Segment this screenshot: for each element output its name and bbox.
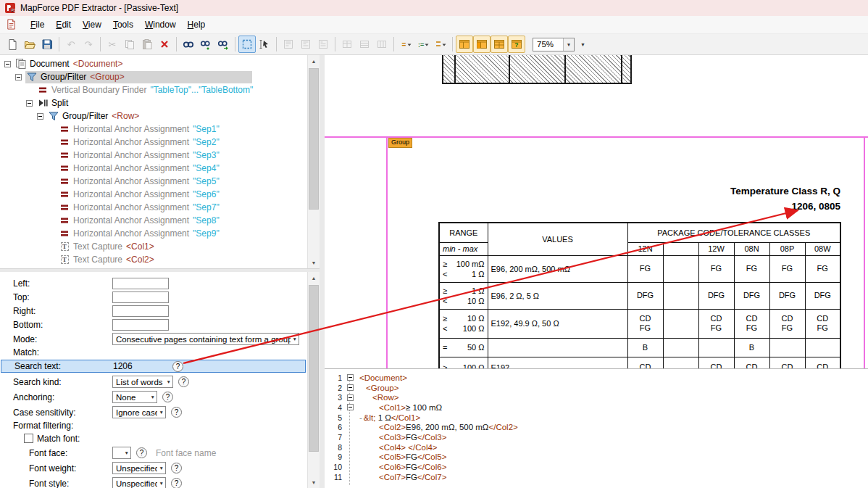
left-input[interactable] [112,278,169,289]
xml-line-11[interactable]: 11<Col7>FG</Col7> [325,472,868,482]
package-cell[interactable]: CD FG [734,309,769,338]
package-cell[interactable]: B [734,338,769,357]
values-cell[interactable]: E192, 49.9 Ω, 50 Ω [488,309,627,338]
fold-toggle[interactable] [347,384,354,391]
expand-collapse-toggle[interactable] [15,74,22,80]
document-window-icon[interactable] [6,19,17,30]
case-sensitivity-select[interactable]: Ignore case▼ [112,406,166,418]
find-next-button[interactable] [197,36,214,53]
tree-item-vertical-boundary-finder-tabletop-tablebottom[interactable]: Vertical Boundary Finder"TableTop"..."Ta… [0,83,320,96]
package-cell[interactable]: CD FG [627,309,663,338]
zoom-level-combo[interactable]: 75%▼ [533,38,575,51]
toolbar-overflow-dropdown[interactable]: ▼ [577,36,588,52]
min-max-header[interactable]: min - max [439,242,488,255]
toggle-pane-3-button[interactable] [491,36,508,53]
xml-line-3[interactable]: 3<Row> [325,392,868,402]
package-cell[interactable]: CD FG [805,309,840,338]
help-case-button[interactable]: ? [171,407,182,418]
zoom-value[interactable]: 75% [533,40,563,49]
tree-item-horizontal-anchor-assignment-sep9[interactable]: Horizontal Anchor Assignment"Sep9" [0,227,320,240]
menu-item-edit[interactable]: Edit [50,17,77,32]
range-cell[interactable]: ≥10 Ω<100 Ω [439,309,488,338]
package-cell[interactable]: FG [805,255,840,282]
tree-item-horizontal-anchor-assignment-sep6[interactable]: Horizontal Anchor Assignment"Sep6" [0,188,320,201]
properties-scrollbar[interactable]: ▲ ▼ [307,272,320,488]
toggle-pane-1-button[interactable] [456,36,473,53]
xml-line-10[interactable]: 10<Col6>FG</Col6> [325,462,868,472]
package-col-header[interactable]: 08P [769,242,805,255]
package-cell[interactable] [663,255,698,282]
pdf-text-subtitle[interactable]: 1206, 0805 [791,201,840,212]
range-cell[interactable]: ≥100 mΩ<1 Ω [439,255,488,282]
pdf-text-title[interactable]: Temperature Class R, Q [730,186,840,197]
pdf-preview-panel[interactable]: Group Temperature Class R, Q 1206, 0805 … [325,55,868,368]
top-input[interactable] [112,291,169,303]
package-cell[interactable]: CD [734,357,769,368]
tree-scrollbar[interactable]: ▲ ▼ [307,55,320,268]
package-col-header[interactable]: 08N [734,242,769,255]
assignment-mode-dropdown-button[interactable]: := [414,36,432,53]
scroll-up-button[interactable]: ▲ [308,272,320,284]
xml-line-2[interactable]: 2<Group> [325,383,868,393]
help-anchoring-button[interactable]: ? [162,392,173,402]
package-cell[interactable]: DFG [627,282,663,309]
group-tag[interactable]: Group [388,138,412,148]
fold-toggle[interactable] [347,374,354,381]
package-cell[interactable]: FG [698,255,734,282]
package-col-header[interactable] [663,242,698,255]
package-header[interactable]: PACKAGE CODE/TOLERANCE CLASSES [627,223,840,242]
menu-item-window[interactable]: Window [139,17,182,32]
range-cell[interactable]: ≥1 Ω<10 Ω [439,282,488,309]
expand-collapse-toggle[interactable] [4,61,11,67]
search-text-input[interactable]: 1206 [113,361,167,371]
package-cell[interactable] [663,357,698,368]
tree-item-horizontal-anchor-assignment-sep8[interactable]: Horizontal Anchor Assignment"Sep8" [0,214,320,227]
delete-button[interactable] [156,36,173,53]
menu-item-help[interactable]: Help [182,17,212,32]
values-cell[interactable]: E192 [488,357,627,368]
help-font-weight-button[interactable]: ? [171,463,182,473]
xml-line-8[interactable]: 8<Col4> </Col4> [325,442,868,452]
xml-line-9[interactable]: 9<Col5>FG</Col5> [325,452,868,463]
package-cell[interactable] [805,338,840,357]
package-cell[interactable]: DFG [698,282,734,309]
package-cell[interactable]: CD [698,357,734,368]
expand-collapse-toggle[interactable] [26,100,33,107]
tree-item-horizontal-anchor-assignment-sep5[interactable]: Horizontal Anchor Assignment"Sep5" [0,175,320,188]
scroll-thumb[interactable] [309,285,319,452]
tree-item-horizontal-anchor-assignment-sep4[interactable]: Horizontal Anchor Assignment"Sep4" [0,162,320,175]
range-cell[interactable]: ≥100 Ω [439,357,488,368]
xml-line-7[interactable]: 7<Col3>FG</Col3> [325,432,868,442]
bottom-input[interactable] [112,319,169,331]
package-col-header[interactable]: 12N [627,242,663,255]
tree-item-horizontal-anchor-assignment-sep2[interactable]: Horizontal Anchor Assignment"Sep2" [0,136,320,149]
range-header[interactable]: RANGE [439,223,488,242]
new-file-button[interactable] [4,36,21,53]
package-cell[interactable]: CD FG [769,309,805,338]
tree-item-group-filter-row[interactable]: Group/Filter<Row> [0,109,320,123]
help-search-text-button[interactable]: ? [172,361,183,372]
xml-line-4[interactable]: 4<Col1>≥ 100 mΩ [325,402,868,413]
help-font-style-button[interactable]: ? [171,478,182,488]
connection-mode-dropdown-button[interactable] [432,36,449,53]
package-cell[interactable] [769,338,805,357]
search-kind-select[interactable]: List of words▼ [112,376,173,388]
tree-item-horizontal-anchor-assignment-sep7[interactable]: Horizontal Anchor Assignment"Sep7" [0,201,320,214]
vertical-splitter[interactable] [320,55,325,488]
right-input[interactable] [112,305,169,317]
package-cell[interactable] [663,309,698,338]
package-cell[interactable]: FG [734,255,769,282]
package-cell[interactable]: CD [627,357,663,368]
xml-line-5[interactable]: 5-&lt; 1 Ω</Col1> [325,413,868,423]
tree-item-horizontal-anchor-assignment-sep3[interactable]: Horizontal Anchor Assignment"Sep3" [0,149,320,162]
package-cell[interactable] [663,282,698,309]
tree-item-document-document[interactable]: Document<Document> [0,57,320,70]
tree-item-text-capture-col2[interactable]: TText Capture<Col2> [0,253,320,266]
package-cell[interactable]: DFG [805,282,840,309]
package-cell[interactable]: CD [805,357,840,368]
package-cell[interactable]: DFG [734,282,769,309]
toggle-pane-4-button[interactable]: ? [508,36,525,53]
mode-select[interactable]: Consecutive pages containing text form a… [112,333,299,345]
open-file-button[interactable] [21,36,38,53]
package-cell[interactable] [698,338,734,357]
